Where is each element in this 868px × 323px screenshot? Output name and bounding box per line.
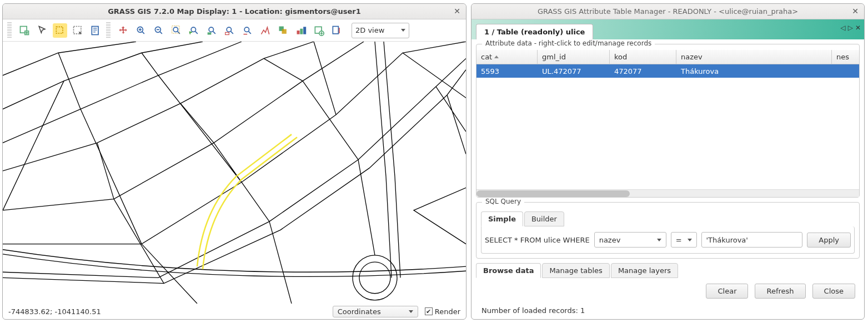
horizontal-scrollbar[interactable] [476,189,859,197]
view-mode-value: 2D view [355,26,384,34]
column-header-gml-id[interactable]: gml_id [538,50,610,64]
svg-rect-2 [56,27,63,33]
svg-rect-13 [225,32,229,34]
svg-point-7 [173,27,178,32]
column-header-nazev[interactable]: nazev [676,50,832,64]
cell-extra [832,69,859,73]
table-tab[interactable]: 1 / Table (readonly) ulice [476,24,593,39]
sql-prefix-label: SELECT * FROM ulice WHERE [485,236,590,244]
tab-prev-icon[interactable]: ◁ [840,24,845,32]
attr-statusbar: Number of loaded records: 1 [476,304,860,317]
footer-buttons: Clear Refresh Close [476,278,860,304]
sql-simple-panel: SELECT * FROM ulice WHERE nazev = 'Tháku… [481,226,855,254]
table-tab-label: 1 / Table (readonly) ulice [484,28,585,36]
coordinate-mode-select[interactable]: Coordinates [333,306,418,317]
map-statusbar: -744833.62; -1041140.51 Coordinates ✔ Re… [3,304,466,319]
pointer-icon[interactable] [35,23,49,38]
zoom-out-icon[interactable] [152,23,166,38]
pan-icon[interactable] [116,23,131,38]
column-header-extra[interactable]: nes [832,50,859,64]
tab-close-icon[interactable]: ✕ [855,24,861,32]
select-icon[interactable] [53,23,67,38]
svg-rect-18 [300,28,303,34]
settings-icon[interactable] [329,23,344,38]
map-toolbar: 2D view [3,19,466,42]
save-view-icon[interactable] [294,23,308,38]
zoom-region-icon[interactable] [223,23,237,38]
sql-operator-select[interactable]: = [671,232,697,248]
tab-sql-builder[interactable]: Builder [524,211,564,226]
map-title: GRASS GIS 7.2.0 Map Display: 1 - Locatio… [108,7,361,16]
apply-button[interactable]: Apply [807,233,851,248]
coord-mode-label: Coordinates [338,307,381,316]
sql-value-text: 'Thákurova' [706,236,748,244]
record-count-label: Number of loaded records: 1 [481,306,585,315]
zoom-extent-icon[interactable] [169,23,184,38]
sql-value-input[interactable]: 'Thákurova' [701,232,803,248]
attribute-data-group: Attribute data - right-click to edit/man… [476,44,860,198]
chevron-down-icon [401,29,405,32]
column-header-cat[interactable]: cat [476,50,538,64]
zoom-saved-icon[interactable] [240,23,255,38]
table-tab-strip: 1 / Table (readonly) ulice ◁ ▷ ✕ [471,19,864,39]
tab-manage-layers[interactable]: Manage layers [611,263,678,278]
clear-button[interactable]: Clear [706,284,748,299]
attr-titlebar[interactable]: GRASS GIS Attribute Table Manager - READ… [471,4,864,19]
scrollbar-thumb[interactable] [476,190,630,197]
select-region-icon[interactable] [71,23,85,38]
attribute-table-window: GRASS GIS Attribute Table Manager - READ… [471,3,865,320]
zoom-back-icon[interactable] [187,23,202,38]
sql-query-group: SQL Query Simple Builder SELECT * FROM u… [476,202,860,259]
cell-gml-id: UL.472077 [538,65,610,77]
close-icon[interactable]: ✕ [453,7,461,16]
print-icon[interactable] [312,23,326,38]
toolbar-grip-icon[interactable] [7,22,12,39]
view-mode-select[interactable]: 2D view [352,23,409,38]
toolbar-grip-icon[interactable] [106,22,111,39]
checkbox-icon: ✔ [425,307,433,315]
sql-column-select[interactable]: nazev [594,232,666,248]
cell-nazev: Thákurova [676,65,832,77]
add-map-icon[interactable] [17,23,32,38]
chevron-down-icon [657,239,661,241]
sql-column-value: nazev [599,236,621,244]
svg-point-9 [191,27,195,32]
attr-title: GRASS GIS Attribute Table Manager - READ… [538,7,798,16]
attribute-data-group-label: Attribute data - right-click to edit/man… [482,39,655,47]
overlay-icon[interactable] [276,23,290,38]
close-icon[interactable]: ✕ [851,7,860,16]
svg-rect-16 [282,29,287,33]
table-empty-area [476,78,859,189]
render-label: Render [435,307,460,316]
tab-manage-tables[interactable]: Manage tables [542,263,609,278]
map-titlebar[interactable]: GRASS GIS 7.2.0 Map Display: 1 - Locatio… [3,4,466,19]
tab-next-icon[interactable]: ▷ [848,24,853,32]
tab-sql-simple[interactable]: Simple [481,211,523,226]
map-canvas[interactable] [3,42,466,304]
table-row[interactable]: 5593 UL.472077 472077 Thákurova [476,64,859,78]
chevron-down-icon [409,310,413,313]
zoom-in-icon[interactable] [134,23,148,38]
svg-rect-22 [333,26,338,33]
sql-operator-value: = [676,236,682,244]
coordinates-readout: -744833.62; -1041140.51 [8,307,101,316]
render-checkbox[interactable]: ✔ Render [425,307,460,316]
svg-point-12 [227,27,231,32]
column-header-kod[interactable]: kod [610,50,676,64]
svg-rect-19 [303,27,306,34]
zoom-layer-icon[interactable] [205,23,219,38]
attr-body: Attribute data - right-click to edit/man… [471,39,864,319]
info-icon[interactable] [88,23,103,38]
map-display-window: GRASS GIS 7.2.0 Map Display: 1 - Locatio… [2,3,466,320]
sort-asc-icon [494,55,499,58]
svg-point-24 [359,262,390,294]
sql-group-label: SQL Query [482,198,524,205]
sql-mode-tabs: Simple Builder [481,211,855,226]
cell-kod: 472077 [610,65,676,77]
tab-browse-data[interactable]: Browse data [476,263,541,278]
svg-point-10 [209,27,213,32]
close-button[interactable]: Close [812,284,855,299]
analyze-icon[interactable] [258,23,273,38]
refresh-button[interactable]: Refresh [755,284,805,299]
bottom-tabs: Browse data Manage tables Manage layers [476,263,860,278]
